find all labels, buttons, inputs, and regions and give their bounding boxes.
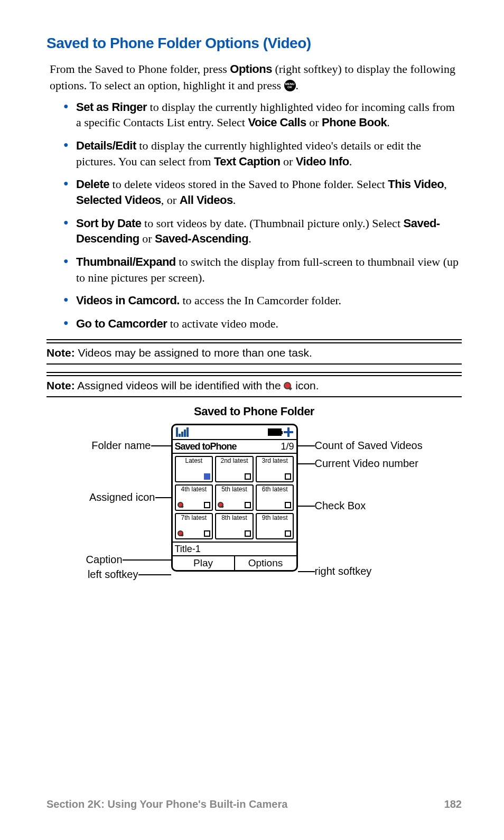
callout-checkbox: Check Box [315, 500, 366, 512]
note-separator [46, 339, 462, 340]
thumb-label: 9th latest [262, 514, 288, 521]
intro-paragraph: From the Saved to Phone folder, press Op… [46, 61, 462, 94]
checkbox-icon [204, 473, 210, 480]
checkbox-icon [204, 530, 210, 537]
bold: Selected Videos [76, 193, 161, 207]
text: . [248, 232, 251, 245]
checkbox-icon [245, 530, 251, 537]
intro-options-word: Options [230, 62, 272, 76]
assigned-icon [284, 382, 292, 390]
callout-assigned-icon: Assigned icon [89, 491, 155, 503]
bold: Phone Book [322, 116, 387, 129]
callouts-left: Folder name Assigned icon Caption left s… [79, 424, 171, 580]
thumb-6: 6th latest [256, 484, 294, 511]
note-separator [46, 372, 462, 373]
bold: Video Info [296, 155, 349, 168]
note-text: icon. [292, 379, 319, 391]
thumb-label: 6th latest [262, 486, 288, 493]
status-bar [173, 425, 296, 439]
text: . [349, 155, 352, 168]
folder-name-value: Saved toPhone [175, 440, 237, 453]
bold: This Video [388, 178, 444, 191]
text: . [387, 116, 390, 129]
battery-icon [268, 428, 282, 436]
thumb-label: 3rd latest [262, 457, 287, 464]
text: , [444, 178, 447, 191]
menu-ok-icon: MENUOK [284, 80, 296, 91]
thumbnail-grid: Latest 2nd latest 3rd latest 4th latest … [173, 454, 296, 542]
callouts-right: Count of Saved Videos Current Video numb… [298, 424, 430, 577]
note-1: Note: Videos may be assigned to more tha… [46, 342, 462, 365]
note-text: Assigned videos will be identified with … [75, 379, 284, 391]
lead: Details/Edit [76, 139, 136, 152]
lead: Videos in Camcord. [76, 294, 180, 307]
signal-icon [176, 427, 189, 437]
thumb-5: 5th latest [215, 484, 254, 511]
bold: Saved-Ascending [155, 232, 248, 245]
assigned-icon [178, 530, 184, 537]
video-counter: 1/9 [281, 440, 294, 453]
lead: Thumbnail/Expand [76, 255, 176, 268]
text: to activate video mode. [167, 317, 278, 330]
folder-bar: Saved toPhone 1/9 [173, 439, 296, 454]
checkbox-icon [204, 502, 210, 508]
lead: Go to Camcorder [76, 317, 167, 330]
text: to sort videos by date. (Thumbnail pictu… [142, 217, 404, 230]
lead: Delete [76, 178, 109, 191]
note-label: Note: [46, 347, 75, 359]
thumb-8: 8th latest [215, 513, 254, 539]
option-thumbnail-expand: Thumbnail/Expand to switch the display f… [63, 254, 462, 285]
thumb-label: 5th latest [221, 486, 247, 493]
option-set-as-ringer: Set as Ringer to display the currently h… [63, 99, 462, 130]
option-videos-in-camcord: Videos in Camcord. to access the In Camc… [63, 293, 462, 309]
thumb-1: Latest [175, 456, 213, 482]
checkbox-icon [245, 502, 251, 508]
text: , or [161, 193, 180, 207]
assigned-icon [178, 502, 184, 508]
thumb-label: 8th latest [221, 514, 247, 521]
page-number: 182 [444, 798, 462, 810]
text: or [306, 116, 322, 129]
thumb-2: 2nd latest [215, 456, 254, 482]
thumb-4: 4th latest [175, 484, 213, 511]
phone-mockup: Saved toPhone 1/9 Latest 2nd latest 3rd … [171, 424, 298, 572]
thumb-9: 9th latest [256, 513, 294, 539]
thumb-label: 2nd latest [220, 457, 248, 464]
section-label: Section 2K: Using Your Phone's Built-in … [46, 798, 287, 810]
lead: Sort by Date [76, 217, 142, 230]
option-details-edit: Details/Edit to display the currently hi… [63, 138, 462, 169]
callout-count-saved: Count of Saved Videos [315, 440, 423, 452]
bold: All Videos [180, 193, 233, 207]
lead: Set as Ringer [76, 100, 147, 114]
caption-row: Title-1 [173, 542, 296, 555]
softkey-row: Play Options [173, 555, 296, 570]
assigned-icon [218, 502, 224, 508]
text: or [280, 155, 295, 168]
callout-current-number: Current Video number [315, 458, 418, 470]
text: . [233, 193, 236, 207]
text: or [139, 232, 155, 245]
page-footer: Section 2K: Using Your Phone's Built-in … [46, 798, 462, 810]
thumb-7: 7th latest [175, 513, 213, 539]
note-label: Note: [46, 379, 75, 391]
note-2: Note: Assigned videos will be identified… [46, 375, 462, 397]
text: to access the In Camcorder folder. [180, 294, 341, 307]
thumb-label: 7th latest [181, 514, 207, 521]
callout-caption: Caption [86, 554, 123, 566]
callout-right-softkey: right softkey [315, 565, 372, 577]
callout-folder-name: Folder name [91, 440, 151, 452]
intro-pre: From the Saved to Phone folder, press [50, 62, 230, 76]
diagram-area: Saved to Phone Folder Folder name Assign… [46, 405, 462, 580]
nav-icon [284, 427, 293, 437]
option-go-to-camcorder: Go to Camcorder to activate video mode. [63, 316, 462, 332]
option-delete: Delete to delete videos stored in the Sa… [63, 176, 462, 208]
intro-post: . [296, 79, 299, 92]
callout-left-softkey: left softkey [88, 568, 138, 581]
checkbox-icon [245, 473, 251, 480]
checkbox-icon [285, 502, 291, 508]
text: to delete videos stored in the Saved to … [109, 178, 388, 191]
thumb-3: 3rd latest [256, 456, 294, 482]
thumb-label: Latest [185, 457, 202, 464]
options-list: Set as Ringer to display the currently h… [46, 99, 462, 332]
note-text: Videos may be assigned to more than one … [75, 347, 312, 359]
